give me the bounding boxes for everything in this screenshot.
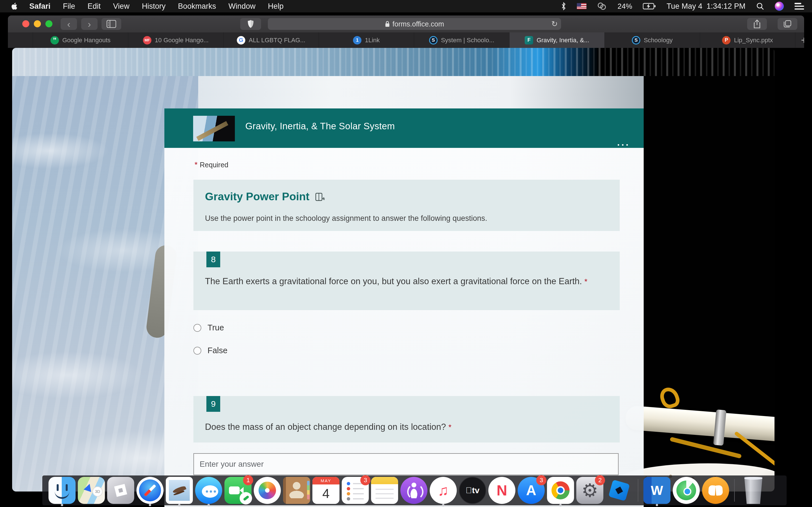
dock-safari-icon[interactable] — [137, 477, 163, 504]
schoology-icon: S — [429, 36, 438, 45]
browser-toolbar: ‹ › forms.office.com — [8, 15, 804, 33]
option-label-true: True — [207, 323, 224, 332]
answer-text-input[interactable] — [193, 453, 619, 475]
schoology-icon: S — [632, 36, 640, 45]
section-title: Gravity Power Point — [205, 190, 325, 203]
dock-news-icon[interactable] — [488, 477, 515, 504]
url-text: forms.office.com — [393, 20, 444, 28]
tab-system-schoology[interactable]: S System | Schoolo... — [414, 33, 509, 48]
dock-facetime-icon[interactable]: 1 — [224, 477, 252, 504]
notification-list-icon[interactable] — [795, 3, 804, 10]
dock-reminders-icon[interactable]: 3 — [342, 477, 369, 504]
app-store-badge: 3 — [536, 475, 546, 485]
dock-roblox-studio-icon[interactable] — [606, 477, 633, 504]
dock-system-preferences-icon[interactable]: 2 — [576, 477, 603, 504]
dock-finder-icon[interactable] — [49, 477, 75, 504]
menu-app-name[interactable]: Safari — [29, 2, 50, 11]
close-window-button[interactable] — [22, 20, 29, 27]
new-tab-button[interactable]: + — [795, 33, 804, 48]
radio-button-false[interactable] — [193, 347, 201, 355]
bluetooth-icon[interactable] — [561, 2, 566, 10]
menu-item-history[interactable]: History — [142, 2, 165, 11]
zoom-window-button[interactable] — [45, 20, 52, 27]
dock-photos-icon[interactable] — [254, 477, 281, 504]
spotlight-search-icon[interactable] — [756, 2, 764, 10]
question-8-text: The Earth exerts a gravitational force o… — [205, 275, 611, 288]
menu-clock[interactable]: Tue May 4 1:34:12 PM — [666, 2, 746, 11]
menu-item-window[interactable]: Window — [229, 2, 255, 11]
radio-button-true[interactable] — [193, 324, 201, 332]
dock-messages-icon[interactable] — [195, 477, 222, 504]
dock-maps-icon[interactable] — [78, 477, 105, 504]
form-header: Gravity, Inertia, & The Solar System ... — [164, 108, 644, 148]
menu-item-edit[interactable]: Edit — [88, 2, 101, 11]
lock-icon — [385, 20, 390, 27]
tab-1link[interactable]: 1 1Link — [319, 33, 414, 48]
forward-button[interactable]: › — [81, 18, 98, 30]
web-page: Gravity, Inertia, & The Solar System ...… — [8, 48, 804, 507]
tab-gravity-inertia-active[interactable]: F Gravity, Inertia, &... — [509, 33, 605, 48]
share-button[interactable] — [747, 18, 767, 30]
tab-10-google-hangouts[interactable]: MF 10 Google Hango... — [128, 33, 223, 48]
form-title: Gravity, Inertia, & The Solar System — [245, 121, 395, 131]
status-circles-icon[interactable] — [597, 2, 607, 10]
section-description: Use the power point in the schoology ass… — [205, 214, 487, 223]
menu-item-help[interactable]: Help — [268, 2, 284, 11]
menu-bar: Safari File Edit View History Bookmarks … — [0, 0, 812, 12]
tab-bar: Google Hangouts MF 10 Google Hango... G … — [8, 33, 804, 48]
dock-contacts-icon[interactable] — [283, 477, 310, 504]
tab-lgbtq-flags[interactable]: G ALL LGBTQ FLAG... — [223, 33, 319, 48]
dock-notes-icon[interactable] — [371, 477, 398, 504]
tab-schoology[interactable]: S Schoology — [605, 33, 700, 48]
radio-option-true[interactable]: True — [193, 323, 224, 332]
reminders-badge: 3 — [360, 475, 370, 485]
dock-app-store-icon[interactable]: 3 — [518, 477, 545, 504]
battery-charging-icon[interactable] — [643, 3, 656, 10]
calendar-month: MAY — [312, 477, 340, 485]
option-label-false: False — [207, 346, 227, 355]
privacy-shield-icon[interactable] — [240, 18, 261, 30]
dock-mail-icon[interactable] — [166, 477, 193, 504]
form-thumbnail-image — [193, 116, 235, 142]
tab-lip-sync-pptx[interactable]: P Lip_Sync.pptx — [700, 33, 795, 48]
question-8-number-badge: 8 — [206, 251, 220, 267]
dock-music-icon[interactable] — [430, 477, 457, 504]
earth-horizon-band — [12, 48, 774, 76]
apple-icon — [11, 2, 17, 10]
sidebar-toggle-button[interactable] — [101, 18, 121, 30]
back-button[interactable]: ‹ — [61, 18, 77, 30]
required-note: *Required — [195, 161, 229, 169]
dock-word-icon[interactable] — [644, 477, 670, 504]
radio-option-false[interactable]: False — [193, 346, 227, 355]
minimize-window-button[interactable] — [34, 20, 41, 27]
system-preferences-badge: 2 — [595, 475, 605, 485]
dock-trash-icon[interactable] — [740, 477, 767, 504]
immersive-reader-icon[interactable] — [314, 191, 325, 202]
menu-item-view[interactable]: View — [113, 2, 130, 11]
dock-podcasts-icon[interactable] — [400, 477, 427, 504]
dock-chrome-icon[interactable] — [547, 477, 574, 504]
ms-forms-icon: F — [525, 36, 533, 45]
facetime-badge: 1 — [243, 475, 253, 485]
tab-overview-button[interactable] — [777, 18, 797, 30]
safari-window: ‹ › forms.office.com — [8, 15, 804, 507]
required-asterisk: * — [448, 423, 451, 432]
reload-icon[interactable]: ↻ — [551, 19, 558, 29]
apple-menu[interactable] — [11, 2, 17, 10]
address-bar[interactable]: forms.office.com ↻ — [268, 18, 561, 30]
tab-google-hangouts[interactable]: Google Hangouts — [33, 33, 128, 48]
dock-apple-tv-icon[interactable] — [459, 477, 486, 504]
dock-roblox-icon[interactable] — [107, 477, 134, 504]
question-9-text: Does the mass of an object change depend… — [205, 421, 611, 434]
input-source-flag-icon[interactable] — [577, 3, 587, 9]
dock-books-icon[interactable] — [702, 477, 729, 504]
section-card: Gravity Power Point Use the power point … — [193, 180, 620, 231]
dock-calendar-icon[interactable]: MAY 4 — [312, 477, 340, 504]
dock-find-my-icon[interactable] — [673, 477, 700, 504]
battery-percent: 24% — [617, 2, 632, 11]
menu-item-bookmarks[interactable]: Bookmarks — [178, 2, 216, 11]
form-more-options-button[interactable]: ... — [617, 139, 630, 145]
menu-item-file[interactable]: File — [63, 2, 75, 11]
siri-icon[interactable] — [775, 2, 784, 11]
google-icon: G — [237, 36, 245, 45]
